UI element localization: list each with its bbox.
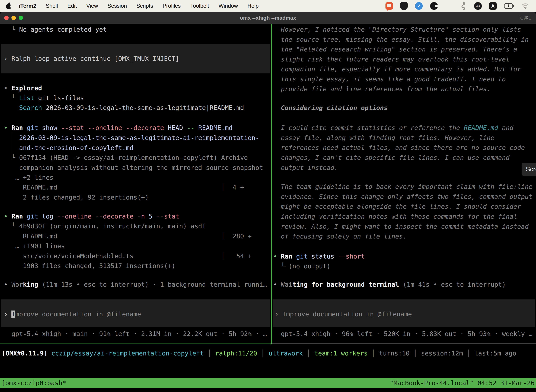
text-segment: └ — [4, 94, 19, 102]
menu-item-scripts[interactable]: Scripts — [132, 3, 158, 9]
text-segment: git ls-files — [34, 94, 84, 102]
window-title-bar: omx --xhigh --madmax ⌥⌘1 — [0, 12, 536, 24]
text-segment: However, I noticed the "Directory Struct… — [273, 26, 521, 33]
text-segment: mprove documentation in @filename — [15, 311, 141, 318]
shield-grid-icon[interactable] — [400, 2, 408, 10]
terminal-line: • Waiting for background terminal (1m 41… — [273, 280, 506, 289]
menu-item-help[interactable]: Help — [243, 3, 263, 9]
text-segment: -- — [187, 124, 198, 131]
active-pane-bottom-border — [0, 344, 271, 344]
terminal-line: └ List git ls-files — [4, 93, 84, 103]
terminal-line: … +1901 lines — [4, 241, 65, 251]
text-segment: evidence. Since this change only affects… — [273, 193, 532, 200]
ralph-loop-input-line[interactable]: › Ralph loop active continue [OMX_TMUX_I… — [4, 54, 179, 64]
text-segment: ting for background terminal — [292, 281, 399, 288]
text-segment: I — [11, 311, 15, 318]
verified-badge-icon[interactable] — [415, 2, 423, 10]
text-segment: └ — [4, 223, 19, 230]
dots-grid-icon[interactable] — [445, 2, 453, 10]
terminal-line: • Ran git status --short — [273, 252, 365, 261]
text-segment: log — [42, 213, 57, 220]
text-segment: git — [296, 253, 311, 260]
text-segment: │ — [303, 350, 314, 357]
text-segment: git — [27, 124, 42, 131]
text-segment: (no output) — [289, 263, 330, 270]
terminal-line: • Ran git log --oneline --decorate -n 5 … — [4, 211, 179, 221]
text-segment: session:12m — [421, 350, 463, 357]
text-segment: (1m 41s • esc to interrupt) — [399, 281, 506, 288]
apple-logo-icon[interactable] — [6, 3, 11, 9]
menu-item-view[interactable]: View — [81, 3, 103, 9]
terminal-line: └ No agents completed yet — [4, 25, 107, 34]
text-segment: Ran — [11, 213, 27, 220]
text-segment: • — [4, 281, 11, 288]
text-segment — [4, 104, 19, 111]
terminal-line: review. Also, I might want to inspect th… — [273, 222, 529, 232]
text-segment: including verification notes with those … — [273, 213, 517, 220]
record-indicator-icon[interactable] — [385, 2, 393, 10]
text-segment: references need actual files, and since … — [273, 144, 525, 151]
text-segment: 1903 files changed, 513517 insertions(+) — [4, 262, 175, 269]
menu-item-shell[interactable]: Shell — [41, 3, 62, 9]
tmux-host-clock: "MacBook-Pro-44.local" 04:52 31-Mar-26 — [390, 379, 536, 387]
text-segment: gpt-5.4 xhigh · main · 91% left · 2.31M … — [4, 330, 267, 337]
text-segment: └ — [4, 26, 19, 33]
battery-icon[interactable] — [504, 3, 514, 9]
text-segment: [OMX#0.11.9] — [2, 350, 48, 357]
terminal-line: provide file and line references from th… — [273, 84, 490, 94]
left-prompt-input-line[interactable]: › Improve documentation in @filename — [4, 309, 141, 319]
clock-badge-icon[interactable]: .61 — [474, 2, 482, 10]
text-segment: cczip/essay/ai-reimplementation-copyleft — [51, 350, 204, 357]
text-segment: Considering citation options — [273, 104, 388, 111]
window-shortcut-badge: ⌥⌘1 — [518, 15, 531, 21]
input-source-a-icon[interactable]: A — [489, 2, 497, 10]
terminal-line: └ (no output) — [273, 261, 330, 271]
menu-item-iterm2[interactable]: iTerm2 — [14, 3, 41, 9]
terminal-line: └ 4b9d30f (origin/main, instructkr/main,… — [4, 221, 206, 231]
text-segment: • — [273, 253, 281, 260]
text-segment: HEAD — [168, 124, 187, 131]
terminal-line: README.md │ 280 + — [4, 231, 252, 241]
text-segment: Ran — [11, 124, 27, 131]
text-segment: └ — [4, 154, 19, 161]
text-segment: show — [42, 124, 61, 131]
text-segment: --stat --oneline --decorate — [61, 124, 168, 131]
text-segment: last:5m ago — [474, 350, 516, 357]
tmux-session-label[interactable]: [omx-cczip0:bash* — [0, 379, 66, 387]
tmux-pane-divider[interactable] — [271, 24, 272, 344]
text-segment: companion file, especially if more comme… — [273, 65, 521, 73]
text-segment: gpt-5.4 xhigh · 96% left · 520K in · 5.8… — [273, 330, 532, 337]
menu-item-edit[interactable]: Edit — [62, 3, 81, 9]
terminal-line: • Working (11m 13s • esc to interrupt) ·… — [4, 280, 267, 289]
text-segment: slight risk that future readers may over… — [273, 56, 510, 63]
pacman-icon[interactable] — [430, 2, 438, 10]
text-segment: and — [498, 124, 513, 131]
menu-item-toolbelt[interactable]: Toolbelt — [186, 3, 214, 9]
menu-item-window[interactable]: Window — [214, 3, 243, 9]
text-segment: --oneline --decorate — [57, 213, 137, 220]
menu-bar: iTerm2 Shell Edit View Session Scripts P… — [0, 0, 536, 12]
text-segment: 2 files changed, 92 insertions(+) — [4, 194, 149, 201]
text-segment: … +2 lines — [4, 174, 53, 181]
right-prompt-input-line[interactable]: › Improve documentation in @filename — [275, 309, 412, 319]
terminal-line: companion file, especially if more comme… — [273, 64, 521, 74]
menu-item-session[interactable]: Session — [103, 3, 132, 9]
text-segment: the "Related research writing" section i… — [273, 46, 517, 53]
terminal-line: might be acceptable alongside the file l… — [273, 202, 521, 211]
wifi-icon[interactable] — [522, 3, 529, 9]
text-segment: 5 — [149, 213, 156, 220]
text-segment: README.md — [464, 124, 498, 131]
text-segment: › — [275, 311, 282, 318]
text-segment: review. Also, I might want to inspect th… — [273, 223, 529, 230]
text-segment: • — [4, 84, 11, 92]
text-segment: Ralph loop active continue [OMX_TMUX_INJ… — [11, 55, 179, 62]
window-title: omx --xhigh --madmax — [0, 15, 536, 21]
terminal-line: README.md │ 4 + — [4, 182, 244, 192]
terminal-line: gpt-5.4 xhigh · main · 91% left · 2.31M … — [4, 329, 267, 339]
wireshark-icon[interactable] — [460, 2, 467, 10]
menu-item-profiles[interactable]: Profiles — [158, 3, 185, 9]
text-segment: Wor — [11, 281, 23, 288]
text-segment: --stat — [156, 213, 179, 220]
text-segment: and-the-erosion-of-copyleft.md — [4, 144, 134, 151]
text-segment: The team guideline is to back every impo… — [273, 183, 532, 190]
